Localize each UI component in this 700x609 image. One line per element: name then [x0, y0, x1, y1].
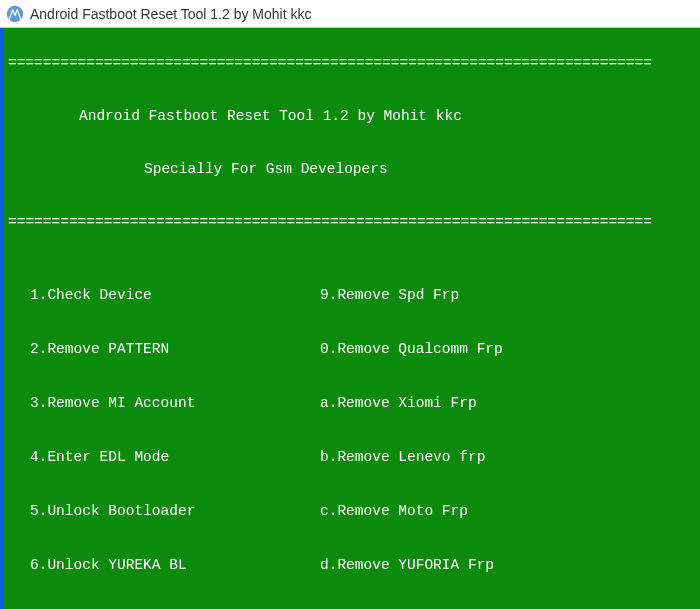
- window-titlebar: Android Fastboot Reset Tool 1.2 by Mohit…: [0, 0, 700, 28]
- divider-top: ========================================…: [4, 54, 700, 74]
- console-area[interactable]: ========================================…: [0, 28, 700, 609]
- window-title: Android Fastboot Reset Tool 1.2 by Mohit…: [30, 6, 311, 22]
- menu-item-b[interactable]: b.Remove Lenevo frp: [320, 449, 485, 465]
- menu-item-c[interactable]: c.Remove Moto Frp: [320, 503, 468, 519]
- header-line-1: Android Fastboot Reset Tool 1.2 by Mohit…: [4, 107, 700, 127]
- header-line-2: Specially For Gsm Developers: [4, 160, 700, 180]
- menu-item-2[interactable]: 2.Remove PATTERN: [30, 341, 169, 357]
- menu-item-5[interactable]: 5.Unlock Bootloader: [30, 503, 195, 519]
- menu-item-9[interactable]: 9.Remove Spd Frp: [320, 287, 459, 303]
- menu-item-6[interactable]: 6.Unlock YUREKA BL: [30, 557, 187, 573]
- menu-item-a[interactable]: a.Remove Xiomi Frp: [320, 395, 477, 411]
- motorola-logo-icon: [6, 5, 24, 23]
- menu-item-4[interactable]: 4.Enter EDL Mode: [30, 449, 169, 465]
- divider-mid: ========================================…: [4, 213, 700, 233]
- menu-list: 1.Check Device9.Remove Spd Frp 2.Remove …: [4, 266, 700, 609]
- menu-item-1[interactable]: 1.Check Device: [30, 287, 152, 303]
- menu-item-d[interactable]: d.Remove YUFORIA Frp: [320, 557, 494, 573]
- menu-item-0[interactable]: 0.Remove Qualcomm Frp: [320, 341, 503, 357]
- menu-item-3[interactable]: 3.Remove MI Account: [30, 395, 195, 411]
